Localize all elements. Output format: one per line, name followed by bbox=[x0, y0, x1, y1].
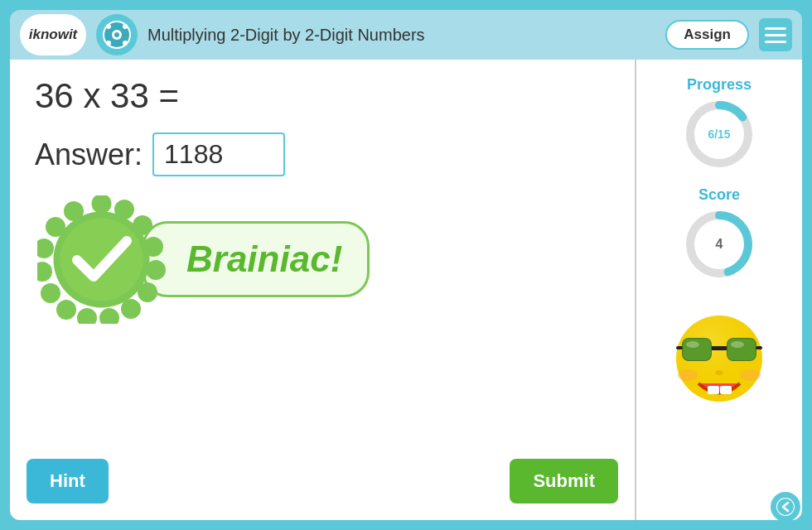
logo-text: iknowit bbox=[29, 26, 78, 43]
svg-point-5 bbox=[106, 41, 111, 46]
svg-point-3 bbox=[106, 24, 111, 29]
svg-point-43 bbox=[741, 369, 761, 381]
svg-point-16 bbox=[56, 300, 76, 320]
svg-point-17 bbox=[41, 283, 60, 303]
question-text: 36 x 33 = bbox=[35, 76, 610, 116]
back-button[interactable] bbox=[771, 492, 800, 522]
bottom-bar: Hint Submit bbox=[27, 459, 618, 504]
app-frame: iknowit Multiplying 2-Digit by 2-Digit N… bbox=[0, 0, 812, 530]
svg-point-18 bbox=[37, 262, 52, 282]
answer-label: Answer: bbox=[35, 137, 143, 172]
film-icon bbox=[96, 14, 138, 55]
main-content: 36 x 33 = Answer: bbox=[10, 60, 802, 520]
header: iknowit Multiplying 2-Digit by 2-Digit N… bbox=[10, 10, 802, 60]
svg-point-35 bbox=[686, 341, 699, 348]
page-title: Multiplying 2-Digit by 2-Digit Numbers bbox=[147, 26, 655, 45]
score-section: Score 4 bbox=[682, 186, 756, 282]
svg-rect-38 bbox=[756, 346, 762, 349]
brainiac-banner: Brainiac! bbox=[143, 221, 370, 297]
svg-point-2 bbox=[114, 32, 119, 37]
svg-point-15 bbox=[77, 308, 97, 324]
svg-point-6 bbox=[123, 41, 128, 46]
answer-input[interactable] bbox=[152, 132, 285, 176]
svg-point-45 bbox=[777, 499, 794, 515]
progress-text: 6/15 bbox=[708, 128, 730, 141]
svg-point-14 bbox=[99, 308, 119, 324]
svg-rect-40 bbox=[708, 386, 719, 394]
svg-point-19 bbox=[37, 238, 54, 258]
left-panel: 36 x 33 = Answer: bbox=[10, 60, 636, 520]
svg-rect-41 bbox=[720, 386, 732, 394]
score-chart: 4 bbox=[682, 207, 756, 282]
right-panel: Progress 6/15 Score 4 bbox=[636, 60, 802, 520]
score-text: 4 bbox=[716, 237, 723, 251]
brainiac-text: Brainiac! bbox=[186, 238, 342, 279]
hamburger-line-3 bbox=[765, 41, 786, 43]
progress-chart: 6/15 bbox=[682, 97, 756, 171]
brainiac-area: Brainiac! bbox=[35, 193, 610, 325]
answer-row: Answer: bbox=[35, 132, 610, 176]
svg-point-42 bbox=[678, 369, 698, 381]
submit-button[interactable]: Submit bbox=[510, 459, 618, 504]
hamburger-line-1 bbox=[765, 27, 786, 30]
hamburger-line-2 bbox=[765, 34, 786, 36]
menu-button[interactable] bbox=[759, 18, 792, 51]
progress-title: Progress bbox=[687, 76, 752, 94]
svg-point-39 bbox=[715, 370, 723, 375]
svg-point-36 bbox=[731, 341, 744, 348]
svg-point-4 bbox=[123, 24, 128, 29]
correct-badge bbox=[35, 193, 167, 325]
logo: iknowit bbox=[20, 14, 86, 55]
hint-button[interactable]: Hint bbox=[27, 459, 109, 504]
assign-button[interactable]: Assign bbox=[665, 20, 749, 50]
svg-rect-37 bbox=[676, 346, 683, 349]
back-button-wrap bbox=[771, 492, 800, 522]
progress-section: Progress 6/15 bbox=[682, 76, 756, 171]
svg-point-7 bbox=[91, 195, 111, 214]
emoji-face bbox=[669, 305, 769, 404]
score-title: Score bbox=[698, 186, 740, 204]
